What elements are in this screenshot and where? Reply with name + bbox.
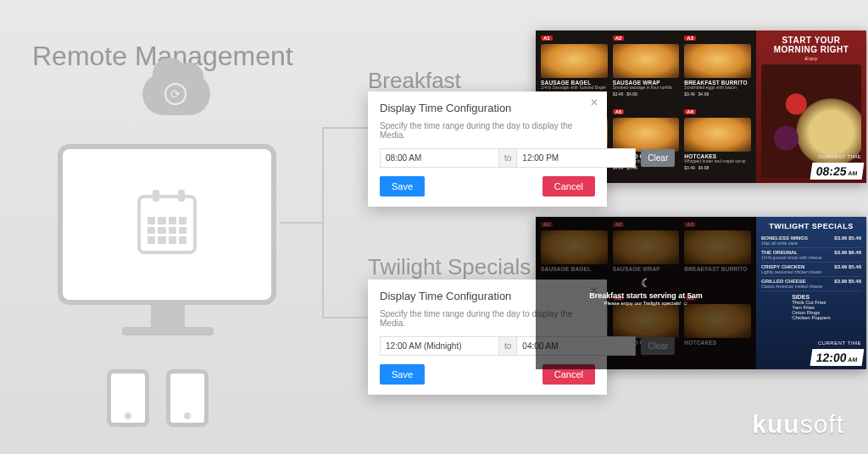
clock-label: CURRENT TIME <box>818 340 861 346</box>
food-image <box>613 44 680 78</box>
sides-list: SIDES Thick Cut Fries Yam Fries Onion Ri… <box>792 294 831 320</box>
item-tag: A1 <box>541 36 553 41</box>
item-prices: $3.49$4.98 <box>684 165 751 170</box>
item-name: SAUSAGE BAGEL <box>541 266 608 272</box>
side-panel-title: TWILIGHT SPECIALS <box>769 222 854 230</box>
section-label-twilight: Twilight Specials <box>368 254 531 280</box>
clock: 12:00AM <box>810 349 865 366</box>
list-item: BONELESS WINGS14pc all white meat$3.99 $… <box>761 234 861 248</box>
time-range-row: to Clear <box>380 148 595 168</box>
moon-icon: ☾ <box>536 276 756 290</box>
clock: 08:25AM <box>810 163 865 180</box>
cancel-button[interactable]: Cancel <box>542 364 595 385</box>
food-image <box>684 118 751 152</box>
item-tag: A6 <box>684 109 696 114</box>
food-image <box>684 304 751 338</box>
item-desc: Whipped butter and maple syrup <box>684 159 751 164</box>
item-desc: 1/4 lb Sausage with Toasted Bagel <box>541 86 608 91</box>
brand-logo: kuusoft <box>752 410 844 439</box>
save-button[interactable]: Save <box>380 176 425 197</box>
cancel-button[interactable]: Cancel <box>542 176 595 197</box>
item-tag: A3 <box>684 222 696 227</box>
dim-overlay-banner: ☾ Breakfast starts serving at 5am Please… <box>536 276 756 306</box>
monitor-base-icon <box>122 327 214 335</box>
item-desc: Scrambled eggs with bacon <box>684 86 751 91</box>
tablet-icon <box>166 369 209 427</box>
side-panel-title: START YOUR MORNING RIGHT <box>761 36 861 54</box>
clear-button[interactable]: Clear <box>641 149 675 167</box>
item-desc: Smoked sausage in flour tortilla <box>613 86 680 91</box>
dialog-subtitle: Specify the time range during the day to… <box>380 309 595 328</box>
twilight-specials-list: BONELESS WINGS14pc all white meat$3.99 $… <box>761 234 861 291</box>
menu-item: A2 SAUSAGE WRAP Smoked sausage in flour … <box>611 34 682 106</box>
dialog-subtitle: Specify the time range during the day to… <box>380 121 595 140</box>
tablet-icon <box>107 369 149 427</box>
food-image <box>613 118 680 152</box>
item-tag: A5 <box>613 109 625 114</box>
item-name: BREAKFAST BURRITO <box>684 266 751 272</box>
item-tag: A1 <box>541 222 553 227</box>
food-image <box>684 44 751 78</box>
connector-line <box>322 127 368 129</box>
time-from-input[interactable] <box>380 336 499 356</box>
menu-item: A3 BREAKFAST BURRITO Scrambled eggs with… <box>682 34 753 106</box>
item-prices: $3.49$4.98 <box>613 91 680 97</box>
time-config-dialog-breakfast: ✕ Display Time Configuration Specify the… <box>368 91 607 207</box>
item-tag: A3 <box>684 36 696 41</box>
time-from-input[interactable] <box>380 148 499 168</box>
banner-line-2: Please enjoy our Twilight specials! ☺ <box>536 301 756 306</box>
time-to-input[interactable] <box>516 148 636 168</box>
time-range-row: to Clear <box>380 336 595 356</box>
hero-food-image <box>761 64 861 178</box>
side-panel: START YOUR MORNING RIGHT Enjoy CURRENT T… <box>756 30 866 183</box>
food-image <box>613 304 680 338</box>
enjoy-label: Enjoy <box>804 56 817 61</box>
item-name: HOTCAKES <box>684 340 751 346</box>
connector-line <box>322 127 324 317</box>
save-button[interactable]: Save <box>380 364 425 385</box>
list-item: GRILLED CHEESEClassic American melted ch… <box>761 277 861 291</box>
section-label-breakfast: Breakfast <box>368 68 461 94</box>
food-image <box>541 230 608 264</box>
food-image <box>684 230 751 264</box>
to-label: to <box>499 336 516 356</box>
connector-line <box>322 317 368 318</box>
calendar-icon <box>137 195 197 254</box>
clock-label: CURRENT TIME <box>818 154 861 159</box>
item-tag: A2 <box>613 36 625 41</box>
menu-item: A5 GRILLED CHEESE Classic American melte… <box>611 108 682 180</box>
time-to-input[interactable] <box>516 336 636 356</box>
clear-button[interactable]: Clear <box>641 337 675 355</box>
item-tag: A2 <box>613 222 625 227</box>
to-label: to <box>499 148 516 168</box>
list-item: THE ORIGINAL1/4 lb ground sirloin with c… <box>761 248 861 263</box>
connector-line <box>280 222 322 224</box>
food-image <box>541 44 608 78</box>
banner-line-1: Breakfast starts serving at 5am <box>536 291 756 300</box>
dialog-title: Display Time Configuration <box>380 102 595 114</box>
close-icon[interactable]: ✕ <box>590 97 598 108</box>
menu-item: A6 HOTCAKES Whipped butter and maple syr… <box>682 108 753 180</box>
item-name: SAUSAGE WRAP <box>613 266 680 272</box>
list-item: CRISPY CHICKENLightly seasoned chicken b… <box>761 263 861 277</box>
monitor-stand-icon <box>151 303 185 329</box>
food-image <box>613 230 680 264</box>
monitor-icon <box>58 144 276 305</box>
sync-icon: ⟳ <box>164 83 186 105</box>
item-prices: $3.49$4.98 <box>684 91 751 97</box>
side-panel: TWILIGHT SPECIALS BONELESS WINGS14pc all… <box>756 217 866 369</box>
